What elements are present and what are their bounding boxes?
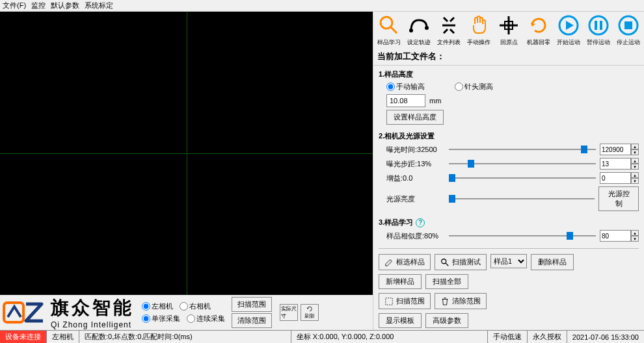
exposure-step-label: 曝光步距:13% bbox=[386, 159, 445, 169]
menu-file[interactable]: 文件(F) bbox=[3, 1, 26, 10]
left-camera-label: 左相机 bbox=[152, 301, 173, 311]
spin-down[interactable]: ▼ bbox=[631, 149, 639, 155]
status-license: 永久授权 bbox=[528, 331, 567, 343]
adv-params-button[interactable]: 高级参数 bbox=[425, 313, 468, 328]
select-sample-button[interactable]: 框选样品 bbox=[379, 254, 431, 270]
svg-point-6 bbox=[425, 26, 429, 30]
gain-slider[interactable] bbox=[449, 173, 596, 183]
manual-height-label: 手动输高 bbox=[396, 82, 425, 92]
single-capture-label: 单张采集 bbox=[152, 314, 180, 324]
exposure-step-input[interactable] bbox=[600, 158, 631, 170]
svg-rect-16 bbox=[624, 21, 632, 29]
status-connection: 设备未连接 bbox=[0, 331, 47, 343]
svg-rect-19 bbox=[386, 298, 393, 305]
sample-select[interactable]: 样品1 bbox=[490, 254, 527, 268]
camera-viewport[interactable] bbox=[0, 12, 373, 295]
svg-rect-14 bbox=[600, 21, 602, 30]
section1-title: 1.样品高度 bbox=[379, 70, 639, 79]
tool-pause[interactable]: 暂停运动 bbox=[584, 13, 613, 47]
tool-file-queue[interactable]: 文件列表 bbox=[435, 13, 463, 47]
help-icon[interactable]: ? bbox=[416, 218, 425, 227]
section3-title: 3.样品学习 bbox=[379, 218, 413, 226]
similarity-slider[interactable] bbox=[449, 231, 596, 241]
spin-up[interactable]: ▲ bbox=[631, 172, 639, 178]
logo-en: Qi Zhong Intelligent bbox=[51, 320, 134, 329]
status-datetime: 2021-07-06 15:33:00 bbox=[567, 331, 644, 343]
refresh-icon-button[interactable]: 刷新 bbox=[301, 304, 319, 321]
current-file-label: 当前加工文件名： bbox=[373, 48, 644, 66]
svg-line-18 bbox=[446, 262, 448, 265]
delete-sample-button[interactable]: 删除样品 bbox=[531, 254, 574, 270]
right-camera-radio[interactable] bbox=[180, 302, 188, 311]
manual-height-radio[interactable] bbox=[386, 83, 395, 91]
light-label: 光源亮度 bbox=[386, 194, 445, 204]
exposure-time-input[interactable] bbox=[600, 144, 631, 155]
show-template-button[interactable]: 显示模板 bbox=[379, 313, 422, 328]
status-match-info: 匹配数:0,坏点数:0,匹配时间:0(ms) bbox=[79, 331, 291, 343]
spin-up[interactable]: ▲ bbox=[631, 144, 639, 149]
tool-set-track[interactable]: 设定轨迹 bbox=[405, 13, 433, 47]
actual-size-icon-button[interactable]: 实际尺寸 bbox=[280, 304, 298, 321]
clear-range-button2[interactable]: 清除范围 bbox=[435, 293, 487, 309]
spin-up[interactable]: ▲ bbox=[631, 158, 639, 164]
scan-range-button[interactable]: 扫描范围 bbox=[232, 297, 272, 312]
status-speed-mode: 手动低速 bbox=[488, 331, 528, 343]
single-capture-radio[interactable] bbox=[142, 314, 150, 323]
select-icon bbox=[384, 297, 394, 306]
left-camera-radio[interactable] bbox=[142, 302, 150, 311]
needle-height-radio[interactable] bbox=[455, 83, 463, 91]
light-slider[interactable] bbox=[449, 194, 595, 204]
tool-axis-home[interactable]: 机器回零 bbox=[524, 13, 553, 47]
trash-icon bbox=[440, 297, 449, 306]
scan-all-button[interactable]: 扫描全部 bbox=[425, 274, 468, 289]
height-unit: mm bbox=[429, 97, 441, 105]
spin-down[interactable]: ▼ bbox=[631, 178, 639, 184]
needle-height-label: 针头测高 bbox=[464, 82, 493, 92]
light-control-button[interactable]: 光源控制 bbox=[598, 186, 639, 211]
search-icon bbox=[440, 258, 449, 267]
spin-down[interactable]: ▼ bbox=[631, 164, 639, 170]
menu-default-params[interactable]: 默认参数 bbox=[51, 1, 79, 10]
add-sample-button[interactable]: 新增样品 bbox=[379, 274, 422, 289]
svg-point-3 bbox=[381, 17, 392, 29]
scan-test-button[interactable]: 扫描测试 bbox=[435, 254, 487, 270]
section2-title: 2.相机及光源设置 bbox=[379, 131, 639, 141]
right-camera-label: 右相机 bbox=[189, 301, 211, 311]
gain-input[interactable] bbox=[600, 172, 631, 184]
similarity-label: 样品相似度:80% bbox=[386, 231, 445, 241]
logo: 旗众智能 Qi Zhong Intelligent bbox=[3, 296, 134, 329]
clear-range-button[interactable]: 清除范围 bbox=[232, 313, 272, 328]
spin-down[interactable]: ▼ bbox=[631, 236, 639, 242]
crosshair-vertical bbox=[187, 12, 187, 295]
svg-point-5 bbox=[409, 29, 413, 32]
edit-icon bbox=[384, 258, 394, 267]
set-height-button[interactable]: 设置样品高度 bbox=[386, 110, 444, 125]
gain-label: 增益:0.0 bbox=[386, 173, 445, 183]
exposure-time-slider[interactable] bbox=[449, 144, 596, 155]
tool-sample-learn[interactable]: 样品学习 bbox=[375, 13, 403, 47]
logo-cn: 旗众智能 bbox=[51, 296, 134, 320]
exposure-step-slider[interactable] bbox=[449, 159, 596, 169]
exposure-time-label: 曝光时间:32500 bbox=[386, 145, 445, 155]
scan-range-button2[interactable]: 扫描范围 bbox=[379, 293, 431, 309]
status-left-cam: 左相机 bbox=[47, 331, 79, 343]
tool-stop[interactable]: 停止运动 bbox=[614, 13, 643, 47]
svg-point-17 bbox=[442, 259, 446, 263]
svg-rect-13 bbox=[595, 21, 597, 30]
tool-start[interactable]: 开始运动 bbox=[554, 13, 583, 47]
similarity-input[interactable] bbox=[600, 230, 631, 242]
status-coords: 坐标 X:0.000, Y:0.000, Z:0.000 bbox=[291, 331, 488, 343]
menu-system[interactable]: 系统标定 bbox=[85, 1, 113, 10]
menu-monitor[interactable]: 监控 bbox=[31, 1, 46, 10]
continuous-capture-radio[interactable] bbox=[187, 314, 195, 323]
tool-manual-op[interactable]: 手动操作 bbox=[464, 13, 493, 47]
continuous-capture-label: 连续采集 bbox=[196, 314, 225, 324]
tool-return-home[interactable]: 回原点 bbox=[494, 13, 523, 47]
height-input[interactable] bbox=[386, 94, 425, 107]
spin-up[interactable]: ▲ bbox=[631, 230, 639, 236]
svg-point-12 bbox=[589, 16, 608, 34]
svg-line-4 bbox=[391, 27, 397, 33]
